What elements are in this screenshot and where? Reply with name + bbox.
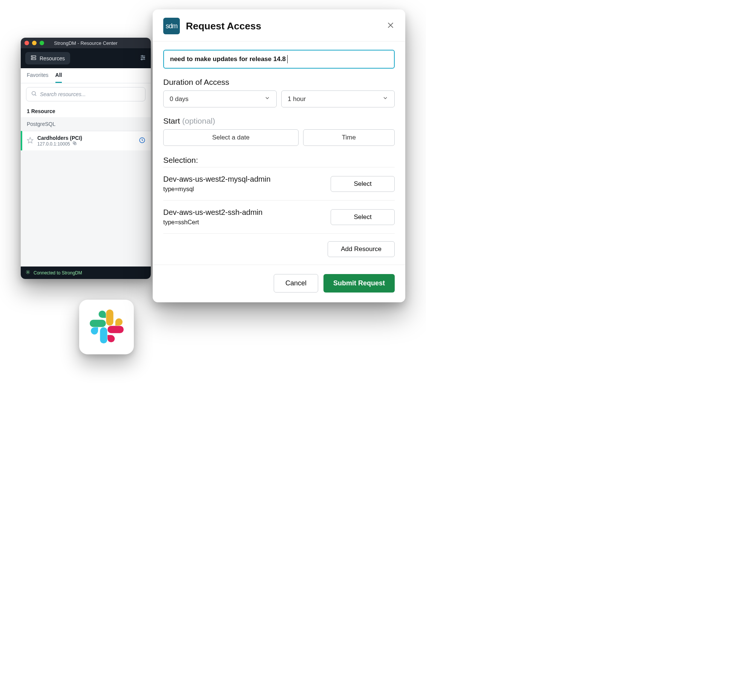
request-access-modal: sdm Request Access need to make updates …: [153, 9, 405, 302]
minimize-window-icon[interactable]: [32, 41, 37, 45]
selection-type: type=sshCert: [163, 219, 325, 226]
slack-icon: [90, 309, 124, 345]
add-resource-button[interactable]: Add Resource: [328, 241, 395, 257]
reason-input[interactable]: need to make updates for release 14.8: [163, 50, 395, 69]
selection-name: Dev-aws-us-west2-ssh-admin: [163, 208, 325, 217]
rc-subtabs: Favorites All: [21, 68, 151, 83]
connection-status: Connected to StrongDM: [21, 267, 151, 279]
svg-line-22: [29, 273, 30, 273]
resource-count: 1 Resource: [21, 105, 151, 117]
resources-tab[interactable]: Resources: [25, 52, 70, 64]
svg-point-2: [32, 56, 33, 56]
add-resource-row: Add Resource: [163, 233, 395, 265]
start-time-input[interactable]: Time: [303, 129, 395, 146]
rc-empty-area: [21, 150, 151, 267]
selection-row: Dev-aws-us-west2-mysql-admin type=mysql …: [163, 167, 395, 200]
reason-input-value: need to make updates for release 14.8: [170, 55, 286, 63]
chevron-down-icon: [382, 95, 388, 103]
svg-line-21: [27, 271, 27, 271]
resource-item-address-text: 127.0.0.1:10005: [38, 141, 70, 147]
svg-point-16: [27, 272, 29, 273]
duration-hours-select[interactable]: 1 hour: [281, 91, 395, 108]
text-cursor: [287, 55, 288, 63]
server-icon: [31, 55, 37, 62]
resource-item[interactable]: Cardholders (PCI) 127.0.0.1:10005: [21, 131, 151, 150]
selection-row: Dev-aws-us-west2-ssh-admin type=sshCert …: [163, 200, 395, 233]
select-button[interactable]: Select: [331, 209, 395, 225]
svg-point-5: [142, 55, 143, 56]
connected-icon: [25, 270, 31, 276]
duration-hours-value: 1 hour: [288, 95, 306, 103]
svg-marker-12: [28, 137, 33, 143]
modal-title: Request Access: [186, 20, 380, 32]
start-label: Start (optional): [163, 117, 395, 125]
clock-icon[interactable]: [139, 137, 145, 145]
sdm-logo: sdm: [163, 18, 180, 34]
resource-item-name: Cardholders (PCI): [38, 135, 135, 141]
search-icon: [31, 91, 37, 98]
copy-icon[interactable]: [72, 141, 77, 147]
resource-center-window: StrongDM - Resource Center Resources Fav…: [21, 38, 151, 279]
svg-line-23: [27, 273, 27, 273]
duration-days-select[interactable]: 0 days: [163, 91, 277, 108]
selection-heading: Selection:: [163, 156, 395, 165]
group-label: PostgreSQL: [21, 117, 151, 131]
svg-point-7: [144, 57, 145, 58]
search-row: [21, 83, 151, 105]
modal-header: sdm Request Access: [153, 9, 405, 41]
svg-point-3: [32, 59, 33, 59]
slack-app-tile[interactable]: [79, 300, 134, 354]
rc-toolbar: Resources: [21, 48, 151, 68]
start-label-text: Start: [163, 117, 180, 125]
star-icon[interactable]: [27, 137, 34, 145]
cancel-button[interactable]: Cancel: [274, 274, 318, 292]
duration-days-value: 0 days: [170, 95, 189, 103]
svg-point-10: [32, 92, 36, 95]
close-window-icon[interactable]: [25, 41, 29, 45]
start-date-input[interactable]: Select a date: [163, 129, 299, 146]
selection-type: type=mysql: [163, 186, 325, 193]
chevron-down-icon: [264, 95, 270, 103]
close-icon[interactable]: [386, 21, 395, 31]
window-titlebar: StrongDM - Resource Center: [21, 38, 151, 48]
selection-name: Dev-aws-us-west2-mysql-admin: [163, 175, 325, 184]
select-button[interactable]: Select: [331, 176, 395, 192]
modal-footer: Cancel Submit Request: [153, 265, 405, 292]
search-input[interactable]: [40, 91, 141, 97]
svg-point-9: [141, 59, 142, 60]
connection-status-text: Connected to StrongDM: [34, 270, 82, 275]
filter-icon[interactable]: [139, 54, 146, 62]
resource-item-body: Cardholders (PCI) 127.0.0.1:10005: [38, 135, 135, 147]
traffic-lights: [25, 41, 44, 45]
maximize-window-icon[interactable]: [39, 41, 44, 45]
modal-body: need to make updates for release 14.8 Du…: [153, 41, 405, 265]
duration-label: Duration of Access: [163, 78, 395, 87]
tab-all[interactable]: All: [55, 72, 62, 83]
search-input-wrapper[interactable]: [26, 87, 145, 102]
submit-request-button[interactable]: Submit Request: [324, 274, 395, 292]
svg-line-24: [29, 271, 30, 271]
tab-favorites[interactable]: Favorites: [27, 72, 48, 83]
start-optional-text: (optional): [182, 117, 215, 125]
resource-item-address: 127.0.0.1:10005: [38, 141, 135, 147]
svg-line-11: [35, 95, 36, 96]
resources-tab-label: Resources: [39, 55, 65, 61]
